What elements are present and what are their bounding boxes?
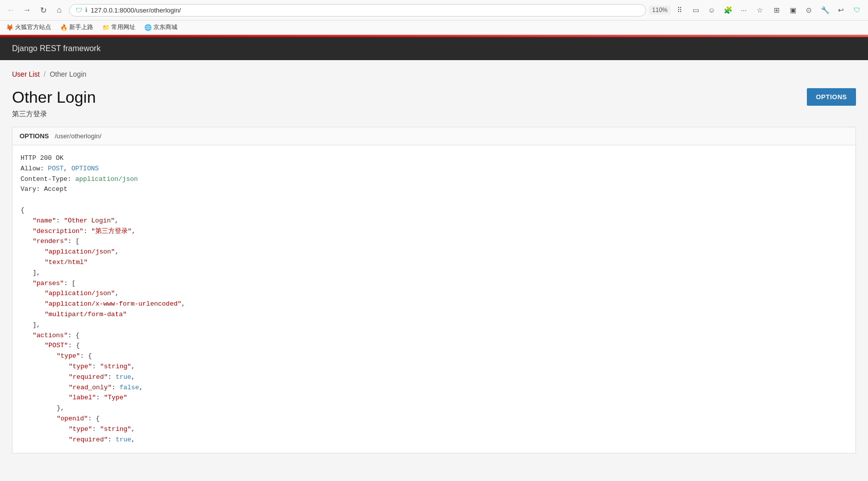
- nav-buttons: ← → ↻ ⌂: [4, 3, 66, 17]
- json-open: {: [21, 205, 847, 216]
- json-parses-2: "multipart/form-data": [21, 310, 847, 320]
- bookmark-common[interactable]: 📁 常用网址: [100, 22, 137, 33]
- zoom-indicator: 110%: [649, 6, 671, 15]
- content-type-name: Content-Type:: [21, 175, 75, 183]
- addon-button[interactable]: 🔧: [818, 3, 832, 17]
- allow-header: Allow: POST, OPTIONS: [21, 164, 847, 174]
- vary-header: Vary: Accept: [21, 184, 847, 195]
- reload-button[interactable]: ↻: [36, 3, 50, 17]
- bookmark-newuser[interactable]: 🔥 新手上路: [58, 22, 95, 33]
- response-url-bar: OPTIONS /user/otherlogin/: [13, 127, 855, 145]
- json-type-readonly: "read_only": false,: [21, 383, 847, 393]
- jd-label: 京东商城: [153, 23, 177, 32]
- json-type-type: "type": "string",: [21, 362, 847, 372]
- json-renders-0: "application/json",: [21, 247, 847, 258]
- json-openid-required: "required": true,: [21, 435, 847, 445]
- browser-chrome: ← → ↻ ⌂ 🛡 ℹ 110% ⠿ ▭ ☺ 🧩 ··· ☆ ⊞ ▣ ⊙ 🔧 ↩…: [0, 0, 868, 35]
- page-header: Other Login 第三方登录 OPTIONS: [12, 88, 856, 119]
- shield-button[interactable]: 🛡: [850, 3, 864, 17]
- json-post-open: "POST": {: [21, 341, 847, 351]
- security-icon: 🛡: [76, 7, 82, 14]
- drf-title: Django REST framework: [12, 44, 101, 53]
- right-actions: ⊞ ▣ ⊙ 🔧 ↩ 🛡: [770, 3, 864, 17]
- json-type-required: "required": true,: [21, 372, 847, 383]
- json-openid-type: "type": "string",: [21, 424, 847, 435]
- address-bar-container: 🛡 ℹ: [69, 4, 646, 17]
- json-name: "name": "Other Login",: [21, 216, 847, 226]
- sidebar-button[interactable]: ⊞: [770, 3, 784, 17]
- screenshot-button[interactable]: ▣: [786, 3, 800, 17]
- foxsite-icon: 🦊: [6, 24, 14, 31]
- back-button[interactable]: ←: [4, 3, 18, 17]
- back-arrow-button[interactable]: ↩: [834, 3, 848, 17]
- browser-actions: 110% ⠿ ▭ ☺ 🧩 ··· ☆: [649, 3, 767, 17]
- forward-button[interactable]: →: [20, 3, 34, 17]
- common-label: 常用网址: [111, 23, 135, 32]
- extensions-icon-button[interactable]: 🧩: [721, 3, 735, 17]
- address-input[interactable]: [91, 7, 639, 14]
- json-parses-open: "parses": [: [21, 279, 847, 289]
- breadcrumb-separator: /: [44, 70, 46, 78]
- home-button[interactable]: ⌂: [52, 3, 66, 17]
- common-icon: 📁: [102, 24, 110, 31]
- response-path: /user/otherlogin/: [55, 132, 101, 140]
- response-body: HTTP 200 OK Allow: POST, OPTIONS Content…: [13, 145, 855, 453]
- breadcrumb-link-userlist[interactable]: User List: [12, 70, 40, 78]
- bookmark-button[interactable]: ☆: [753, 3, 767, 17]
- newuser-label: 新手上路: [69, 23, 93, 32]
- menu-button[interactable]: ···: [737, 3, 751, 17]
- drf-header: Django REST framework: [0, 37, 868, 60]
- extensions-button[interactable]: ⠿: [673, 3, 687, 17]
- bookmark-foxsite[interactable]: 🦊 火狐官方站点: [4, 22, 53, 33]
- user-account-button[interactable]: ☺: [705, 3, 719, 17]
- json-type-open: "type": {: [21, 351, 847, 362]
- page-subtitle: 第三方登录: [12, 110, 96, 119]
- bookmarks-bar: 🦊 火狐官方站点 🔥 新手上路 📁 常用网址 🌐 京东商城: [0, 21, 868, 35]
- vary-name: Vary:: [21, 185, 44, 193]
- browser-toolbar: ← → ↻ ⌂ 🛡 ℹ 110% ⠿ ▭ ☺ 🧩 ··· ☆ ⊞ ▣ ⊙ 🔧 ↩…: [0, 0, 868, 21]
- profile-button[interactable]: ⊙: [802, 3, 816, 17]
- empty-line-1: [21, 195, 847, 205]
- json-description: "description": "第三方登录",: [21, 226, 847, 237]
- page-title: Other Login: [12, 88, 96, 107]
- info-icon: ℹ: [85, 7, 88, 14]
- page-title-block: Other Login 第三方登录: [12, 88, 96, 119]
- content-type-value: application/json: [75, 175, 138, 183]
- allow-header-value: POST: [48, 165, 64, 172]
- reader-mode-button[interactable]: ▭: [689, 3, 703, 17]
- breadcrumb: User List / Other Login: [12, 70, 856, 78]
- json-parses-0: "application/json",: [21, 289, 847, 299]
- json-parses-close: ],: [21, 320, 847, 331]
- response-method: OPTIONS: [20, 132, 49, 140]
- json-type-label: "label": "Type": [21, 393, 847, 403]
- json-renders-1: "text/html": [21, 258, 847, 268]
- json-renders-close: ],: [21, 268, 847, 279]
- json-parses-1: "application/x-www-form-urlencoded",: [21, 299, 847, 310]
- jd-icon: 🌐: [144, 24, 152, 31]
- content-type-header: Content-Type: application/json: [21, 174, 847, 185]
- newuser-icon: 🔥: [60, 24, 68, 31]
- page-content: User List / Other Login Other Login 第三方登…: [0, 60, 868, 463]
- json-type-close: },: [21, 403, 847, 414]
- bookmark-jd[interactable]: 🌐 京东商城: [142, 22, 179, 33]
- allow-header-name: Allow:: [21, 165, 48, 172]
- json-openid-open: "openid": {: [21, 414, 847, 424]
- json-actions-open: "actions": {: [21, 331, 847, 341]
- vary-value: Accept: [44, 185, 68, 193]
- http-status-line: HTTP 200 OK: [21, 153, 847, 164]
- foxsite-label: 火狐官方站点: [15, 23, 51, 32]
- allow-header-options: OPTIONS: [71, 165, 99, 172]
- json-renders-open: "renders": [: [21, 236, 847, 247]
- options-button[interactable]: OPTIONS: [807, 88, 856, 106]
- response-panel: OPTIONS /user/otherlogin/ HTTP 200 OK Al…: [12, 127, 856, 453]
- breadcrumb-current: Other Login: [50, 70, 86, 78]
